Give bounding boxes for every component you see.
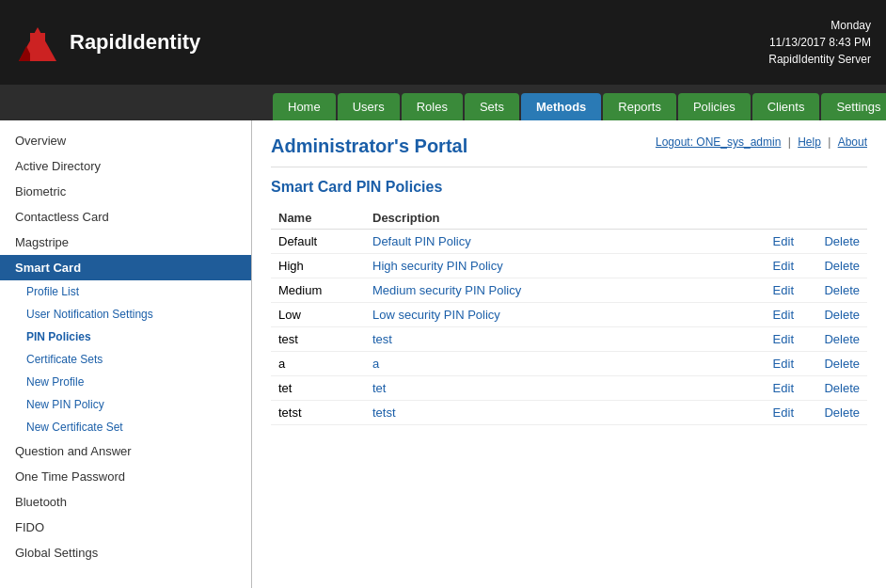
col-header-delete [801, 207, 867, 230]
edit-link-7[interactable]: Edit [773, 405, 794, 420]
content-area: Administrator's Portal Logout: ONE_sys_a… [252, 120, 886, 588]
about-link[interactable]: About [838, 135, 867, 149]
table-row: High High security PIN Policy Edit Delet… [271, 254, 867, 278]
cell-edit-0: Edit [745, 230, 801, 254]
separator-2: | [828, 135, 833, 149]
edit-link-0[interactable]: Edit [773, 234, 794, 248]
table-row: Default Default PIN Policy Edit Delete [271, 230, 867, 254]
cell-edit-4: Edit [745, 327, 801, 352]
table-row: Medium Medium security PIN Policy Edit D… [271, 278, 867, 303]
sidebar-item-biometric[interactable]: Biometric [0, 179, 251, 204]
sidebar-item-fido[interactable]: FIDO [0, 515, 251, 540]
sidebar-item-one-time-password[interactable]: One Time Password [0, 464, 251, 489]
edit-link-4[interactable]: Edit [773, 332, 794, 346]
sidebar-item-contactless-card[interactable]: Contactless Card [0, 204, 251, 230]
tab-settings[interactable]: Settings [821, 93, 886, 120]
sidebar-subitem-profile-list[interactable]: Profile List [0, 280, 251, 303]
cell-delete-7: Delete [801, 401, 867, 425]
cell-name-4: test [271, 327, 365, 352]
cell-desc-2: Medium security PIN Policy [365, 278, 745, 303]
tab-reports[interactable]: Reports [603, 93, 676, 120]
tab-roles[interactable]: Roles [402, 93, 463, 120]
sidebar-item-smart-card[interactable]: Smart Card [0, 255, 251, 280]
cell-desc-4: test [365, 327, 745, 352]
sidebar-subitem-pin-policies[interactable]: PIN Policies [0, 326, 251, 348]
pin-policies-table: Name Description Default Default PIN Pol… [271, 207, 867, 425]
cell-name-0: Default [271, 230, 365, 254]
logout-link[interactable]: Logout: ONE_sys_admin [656, 135, 781, 149]
sidebar-item-active-directory[interactable]: Active Directory [0, 153, 251, 179]
sidebar-subitem-new-profile[interactable]: New Profile [0, 371, 251, 393]
cell-edit-3: Edit [745, 303, 801, 327]
cell-name-7: tetst [271, 401, 365, 425]
separator-1: | [788, 135, 794, 149]
sidebar-subitem-new-certificate-set[interactable]: New Certificate Set [0, 416, 251, 438]
delete-link-1[interactable]: Delete [824, 259, 860, 273]
cell-delete-4: Delete [801, 327, 867, 352]
cell-delete-5: Delete [801, 352, 867, 376]
table-row: tet tet Edit Delete [271, 376, 867, 401]
delete-link-2[interactable]: Delete [824, 283, 860, 297]
logo-icon [15, 20, 60, 65]
table-row: a a Edit Delete [271, 352, 867, 376]
main-nav: Home Users Roles Sets Methods Reports Po… [0, 85, 886, 120]
cell-name-2: Medium [271, 278, 365, 303]
header-links: Logout: ONE_sys_admin | Help | About [656, 135, 867, 149]
sidebar-item-magstripe[interactable]: Magstripe [0, 230, 251, 255]
datetime-text: Monday11/13/2017 8:43 PMRapidIdentity Se… [768, 19, 871, 66]
datetime-display: Monday11/13/2017 8:43 PMRapidIdentity Se… [768, 17, 871, 68]
cell-edit-6: Edit [745, 376, 801, 401]
cell-edit-1: Edit [745, 254, 801, 278]
cell-desc-5: a [365, 352, 745, 376]
logo-area: RapidIdentity [15, 20, 200, 65]
edit-link-3[interactable]: Edit [773, 308, 794, 322]
delete-link-7[interactable]: Delete [824, 405, 860, 420]
cell-edit-7: Edit [745, 401, 801, 425]
help-link[interactable]: Help [798, 135, 821, 149]
tab-methods[interactable]: Methods [521, 93, 601, 120]
edit-link-6[interactable]: Edit [773, 381, 794, 395]
cell-delete-2: Delete [801, 278, 867, 303]
table-body: Default Default PIN Policy Edit Delete H… [271, 230, 867, 425]
tab-users[interactable]: Users [338, 93, 400, 120]
tab-sets[interactable]: Sets [465, 93, 519, 120]
tab-home[interactable]: Home [273, 93, 336, 120]
delete-link-6[interactable]: Delete [824, 381, 860, 395]
cell-name-3: Low [271, 303, 365, 327]
sidebar-item-global-settings[interactable]: Global Settings [0, 540, 251, 565]
cell-delete-1: Delete [801, 254, 867, 278]
col-header-name: Name [271, 207, 365, 230]
cell-delete-0: Delete [801, 230, 867, 254]
delete-link-3[interactable]: Delete [824, 308, 860, 322]
col-header-description: Description [365, 207, 745, 230]
sidebar-item-bluetooth[interactable]: Bluetooth [0, 489, 251, 515]
edit-link-2[interactable]: Edit [773, 283, 794, 297]
svg-rect-2 [30, 33, 45, 61]
sidebar: Overview Active Directory Biometric Cont… [0, 120, 252, 588]
cell-delete-3: Delete [801, 303, 867, 327]
sidebar-subitem-new-pin-policy[interactable]: New PIN Policy [0, 393, 251, 416]
delete-link-0[interactable]: Delete [824, 234, 860, 248]
main-area: Overview Active Directory Biometric Cont… [0, 120, 886, 588]
sidebar-item-question-and-answer[interactable]: Question and Answer [0, 438, 251, 464]
cell-name-6: tet [271, 376, 365, 401]
cell-desc-7: tetst [365, 401, 745, 425]
sidebar-subitem-user-notification-settings[interactable]: User Notification Settings [0, 303, 251, 326]
col-header-edit [745, 207, 801, 230]
section-title: Smart Card PIN Policies [271, 179, 867, 196]
tab-clients[interactable]: Clients [752, 93, 820, 120]
cell-edit-5: Edit [745, 352, 801, 376]
cell-desc-6: tet [365, 376, 745, 401]
delete-link-5[interactable]: Delete [824, 357, 860, 371]
sidebar-subitem-certificate-sets[interactable]: Certificate Sets [0, 348, 251, 371]
edit-link-5[interactable]: Edit [773, 357, 794, 371]
sidebar-item-overview[interactable]: Overview [0, 128, 251, 153]
edit-link-1[interactable]: Edit [773, 259, 794, 273]
tab-policies[interactable]: Policies [678, 93, 751, 120]
cell-name-1: High [271, 254, 365, 278]
cell-desc-0: Default PIN Policy [365, 230, 745, 254]
logo-text: RapidIdentity [70, 30, 200, 55]
cell-desc-3: Low security PIN Policy [365, 303, 745, 327]
cell-delete-6: Delete [801, 376, 867, 401]
delete-link-4[interactable]: Delete [824, 332, 860, 346]
